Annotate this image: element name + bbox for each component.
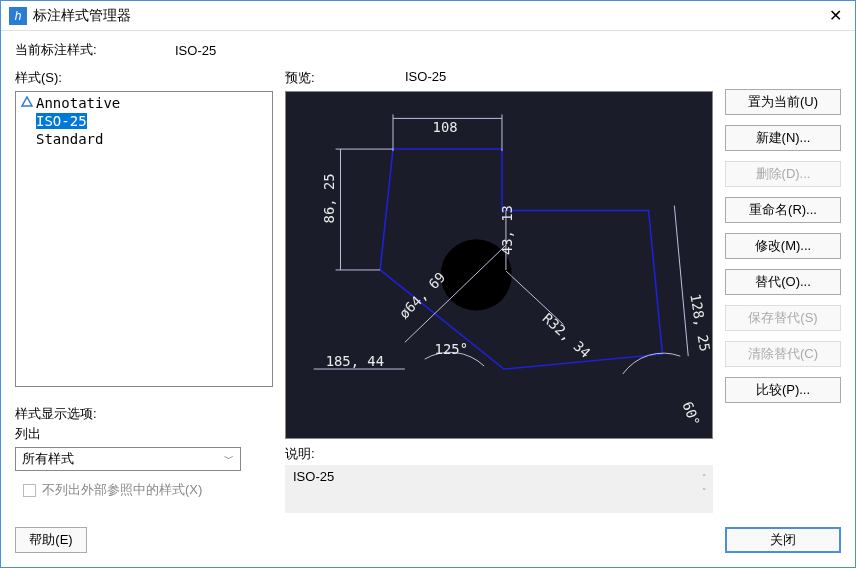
- left-column: 样式(S): AnnotativeISO-25Standard 样式显示选项: …: [15, 69, 273, 513]
- help-button[interactable]: 帮助(E): [15, 527, 87, 553]
- set-current-button[interactable]: 置为当前(U): [725, 89, 841, 115]
- arrow-down-icon: ˅: [702, 487, 707, 497]
- dim-125deg: 125°: [435, 341, 468, 357]
- window-title: 标注样式管理器: [33, 7, 823, 25]
- exclude-xref-checkbox-row[interactable]: 不列出外部参照中的样式(X): [23, 481, 273, 499]
- style-item-label: Standard: [36, 131, 103, 147]
- preview-header: 预览: ISO-25: [285, 69, 713, 87]
- current-style-value: ISO-25: [175, 43, 216, 58]
- rename-button[interactable]: 重命名(R)...: [725, 197, 841, 223]
- style-item-label: Annotative: [36, 95, 120, 111]
- content-area: 当前标注样式: ISO-25 样式(S): AnnotativeISO-25St…: [1, 31, 855, 523]
- dropdown-value: 所有样式: [22, 450, 74, 468]
- description-label: 说明:: [285, 445, 713, 463]
- annotative-icon: [20, 96, 34, 110]
- preview-canvas: 108 86, 25 43, 13 128, 25: [285, 91, 713, 439]
- compare-button[interactable]: 比较(P)...: [725, 377, 841, 403]
- save-override-button: 保存替代(S): [725, 305, 841, 331]
- description-spinner[interactable]: ˄˅: [702, 473, 707, 497]
- list-label: 列出: [15, 425, 273, 443]
- svg-line-8: [674, 206, 688, 357]
- titlebar: h 标注样式管理器 ✕: [1, 1, 855, 31]
- style-list-item[interactable]: Annotative: [18, 94, 270, 112]
- dim-60deg: 60°: [679, 399, 703, 428]
- style-list-item[interactable]: Standard: [18, 130, 270, 148]
- dim-43-13: 43, 13: [499, 205, 515, 255]
- delete-button: 删除(D)...: [725, 161, 841, 187]
- dim-108: 108: [433, 119, 458, 135]
- description-box: ISO-25 ˄˅: [285, 465, 713, 513]
- styles-listbox[interactable]: AnnotativeISO-25Standard: [15, 91, 273, 387]
- app-icon: h: [9, 7, 27, 25]
- new-button[interactable]: 新建(N)...: [725, 125, 841, 151]
- checkbox-icon: [23, 484, 36, 497]
- bottom-bar: 帮助(E) 关闭: [1, 523, 855, 567]
- chevron-down-icon: ﹀: [224, 452, 234, 466]
- right-column: 置为当前(U) 新建(N)... 删除(D)... 重命名(R)... 修改(M…: [725, 69, 841, 513]
- arrow-up-icon: ˄: [702, 473, 707, 483]
- preview-style-name: ISO-25: [405, 69, 446, 87]
- description-text: ISO-25: [293, 469, 334, 509]
- style-item-label: ISO-25: [36, 113, 87, 129]
- dim-128-25: 128, 25: [687, 292, 712, 352]
- dimension-style-manager-dialog: h 标注样式管理器 ✕ 当前标注样式: ISO-25 样式(S): Annota…: [0, 0, 856, 568]
- display-options-label: 样式显示选项:: [15, 405, 273, 423]
- exclude-xref-label: 不列出外部参照中的样式(X): [42, 481, 202, 499]
- dim-radius: R32, 34: [540, 310, 594, 361]
- close-button[interactable]: 关闭: [725, 527, 841, 553]
- styles-label: 样式(S):: [15, 69, 273, 87]
- dim-86-25: 86, 25: [321, 173, 337, 223]
- clear-override-button: 清除替代(C): [725, 341, 841, 367]
- current-style-label: 当前标注样式:: [15, 41, 175, 59]
- dim-diameter: ø64, 69: [396, 269, 449, 322]
- close-icon[interactable]: ✕: [823, 6, 847, 25]
- preview-label: 预览:: [285, 69, 405, 87]
- style-list-item[interactable]: ISO-25: [18, 112, 270, 130]
- dim-185-44: 185, 44: [326, 353, 384, 369]
- display-options: 样式显示选项: 列出 所有样式 ﹀ 不列出外部参照中的样式(X): [15, 405, 273, 499]
- middle-column: 预览: ISO-25 108: [285, 69, 713, 513]
- modify-button[interactable]: 修改(M)...: [725, 233, 841, 259]
- preview-drawing: 108 86, 25 43, 13 128, 25: [286, 92, 712, 438]
- main-columns: 样式(S): AnnotativeISO-25Standard 样式显示选项: …: [15, 69, 841, 513]
- current-style-row: 当前标注样式: ISO-25: [15, 41, 841, 59]
- override-button[interactable]: 替代(O)...: [725, 269, 841, 295]
- style-filter-dropdown[interactable]: 所有样式 ﹀: [15, 447, 241, 471]
